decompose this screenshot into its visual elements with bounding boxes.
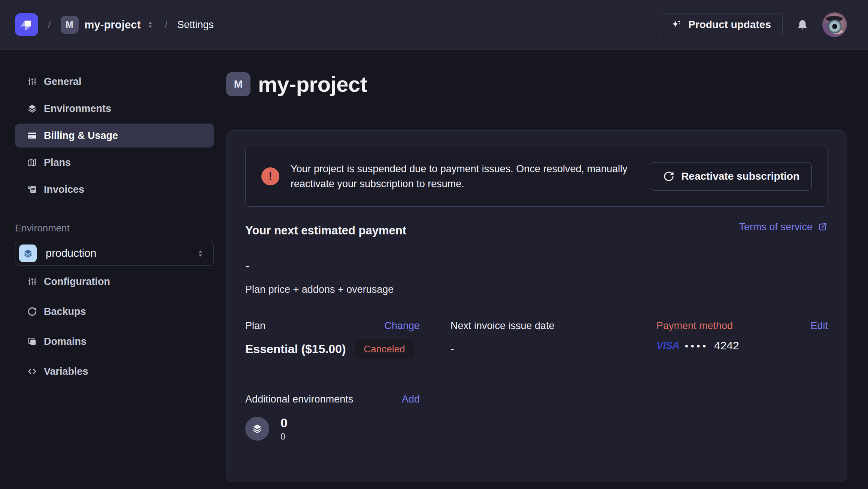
sidebar-item-label: General [44,76,82,88]
card-number-dots: •••• [685,341,708,352]
sidebar-item-label: Billing & Usage [44,130,118,142]
credit-card-icon [27,131,37,140]
canceled-status-badge: Canceled [355,339,414,359]
environment-layers-icon [19,244,37,262]
sidebar-item-backups[interactable]: Backups [15,300,214,324]
project-avatar-badge: M [226,72,251,96]
suspension-alert-banner: ! Your project is suspended due to payme… [245,146,828,207]
environment-select-value: production [46,247,96,259]
app-logo-icon [18,16,35,33]
sidebar-item-label: Backups [44,306,86,318]
sidebar-item-invoices[interactable]: $ Invoices [15,177,214,201]
sidebar-item-label: Environments [44,103,111,115]
sidebar-item-plans[interactable]: Plans [15,151,214,174]
plan-label: Plan [245,320,265,332]
reactivate-subscription-button[interactable]: Reactivate subscription [651,162,812,191]
estimated-amount: - [245,259,828,272]
sidebar-item-environments[interactable]: Environments [15,97,214,121]
invoice-date-column: Next invoice issue date - [450,320,608,359]
environment-select-chevrons-icon [195,249,205,258]
environments-subcount: 0 [280,432,288,441]
main-content: M my-project ! Your project is suspended… [226,50,868,489]
sidebar-item-billing-usage[interactable]: Billing & Usage [15,124,214,148]
notifications-bell-icon[interactable] [796,18,809,31]
add-environment-link[interactable]: Add [402,394,420,405]
breadcrumb-project[interactable]: my-project [85,19,141,31]
breadcrumb-separator: / [48,19,51,31]
map-icon [27,158,37,167]
sidebar-item-label: Configuration [44,276,110,288]
alert-exclamation-icon: ! [261,167,279,185]
additional-environments-label: Additional environments [245,394,353,405]
stack-icon [27,337,37,346]
product-updates-label: Product updates [688,19,771,31]
rotate-icon [27,307,37,316]
card-last4: 4242 [714,339,739,352]
visa-logo: VISA [656,340,679,352]
user-avatar[interactable] [822,12,847,37]
invoice-date-value: - [450,343,608,355]
additional-environments-section: Additional environments Add 0 0 [245,394,828,441]
environment-section-label: Environment [15,222,214,234]
sidebar-item-label: Variables [44,366,88,377]
settings-sidebar: General Environments Bill [0,50,226,489]
sidebar-item-configuration[interactable]: Configuration [15,270,214,294]
external-link-icon [817,222,828,232]
sliders-icon [27,77,37,86]
breadcrumb-separator: / [165,19,168,31]
sidebar-item-label: Domains [44,336,87,347]
environments-layers-icon [245,417,269,441]
plan-column: Plan Change Essential ($15.00) Canceled [245,320,420,359]
payment-method-label: Payment method [656,320,733,332]
invoice-date-label: Next invoice issue date [450,320,555,332]
sidebar-item-label: Invoices [44,184,84,195]
sidebar-item-label: Plans [44,157,71,168]
project-initial-badge: M [61,16,79,34]
svg-text:$: $ [28,185,30,189]
app-logo[interactable] [15,13,38,36]
environment-select[interactable]: production [15,241,214,266]
plan-value: Essential ($15.00) [245,342,346,356]
sidebar-item-domains[interactable]: Domains [15,329,214,353]
sidebar-item-variables[interactable]: Variables [15,359,214,383]
reactivate-subscription-label: Reactivate subscription [681,170,799,182]
rotate-icon [663,171,674,182]
code-icon [27,367,37,376]
payment-method-column: Payment method Edit VISA •••• 4242 [656,320,828,359]
billing-card: ! Your project is suspended due to payme… [226,130,847,482]
change-plan-link[interactable]: Change [384,320,420,332]
project-switcher-icon[interactable] [145,20,155,30]
sliders-icon [27,277,37,286]
sidebar-item-general[interactable]: General [15,70,214,94]
amount-formula: Plan price + addons + overusage [245,284,828,295]
sparkles-icon [670,19,682,31]
invoice-icon: $ [27,185,37,194]
alert-message: Your project is suspended due to payment… [291,161,650,191]
breadcrumb-section[interactable]: Settings [177,19,214,31]
top-bar: / M my-project / Settings Product update… [0,0,868,50]
environments-count: 0 [280,416,288,429]
layers-icon [27,104,37,113]
edit-payment-method-link[interactable]: Edit [810,320,828,332]
page-title: my-project [258,72,367,97]
terms-of-service-link[interactable]: Terms of service [739,221,828,233]
payment-heading: Your next estimated payment [245,224,406,237]
product-updates-button[interactable]: Product updates [659,13,783,36]
